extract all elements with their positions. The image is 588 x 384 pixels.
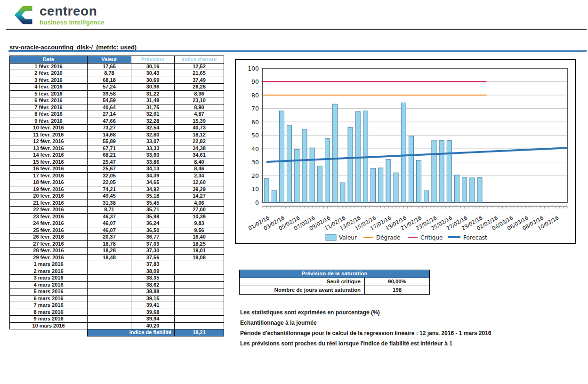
cell-date: 3 févr. 2016 bbox=[10, 77, 88, 84]
table-row: 16 févr. 201625,6734,138,46 bbox=[10, 166, 224, 173]
cell-erreur bbox=[175, 275, 224, 282]
cell-prevision: 31,48 bbox=[131, 97, 175, 104]
y-axis-label: 80 bbox=[251, 92, 259, 99]
cell-erreur: 19,08 bbox=[175, 254, 224, 261]
cell-prevision: 39,94 bbox=[131, 316, 175, 323]
cell-date: 1 févr. 2016 bbox=[10, 63, 88, 70]
cell-erreur bbox=[175, 281, 224, 288]
cell-valeur: 73,27 bbox=[88, 125, 131, 132]
cell-valeur bbox=[88, 275, 131, 282]
y-axis-label: 10 bbox=[251, 185, 259, 192]
cell-date: 16 févr. 2016 bbox=[10, 166, 88, 173]
cell-valeur: 14,68 bbox=[88, 131, 131, 138]
cell-valeur: 25,67 bbox=[88, 166, 131, 173]
table-row: 17 févr. 201632,0534,392,34 bbox=[10, 172, 224, 179]
cell-date: 22 févr. 2016 bbox=[10, 207, 88, 214]
saturation-row: Nombre de jours avant saturation 198 bbox=[240, 286, 430, 295]
cell-prevision: 34,39 bbox=[131, 172, 175, 179]
cell-erreur bbox=[175, 302, 224, 309]
cell-erreur bbox=[175, 261, 224, 268]
cell-prevision: 31,22 bbox=[131, 90, 175, 97]
cell-date: 24 févr. 2016 bbox=[10, 220, 88, 227]
legend-label: Forecast bbox=[463, 234, 487, 241]
reliability-index-label: Indice de fiabilité bbox=[88, 329, 175, 336]
metrics-table-body: 1 févr. 201617,6530,1612,522 févr. 20168… bbox=[10, 63, 224, 329]
cell-valeur bbox=[88, 309, 131, 316]
cell-valeur: 18,48 bbox=[88, 254, 131, 261]
table-row: 6 mars 201639,15 bbox=[10, 295, 224, 302]
cell-date: 29 févr. 2016 bbox=[10, 254, 88, 261]
table-row: 2 mars 201638,09 bbox=[10, 268, 224, 275]
brand-name: centreon bbox=[40, 5, 105, 18]
valeur-bar bbox=[424, 191, 429, 202]
cell-erreur: 4,06 bbox=[175, 200, 224, 207]
cell-erreur: 26,28 bbox=[175, 84, 224, 91]
header-divider bbox=[6, 29, 587, 30]
table-row: 1 mars 201637,83 bbox=[10, 261, 224, 268]
valeur-bar bbox=[477, 177, 482, 202]
cell-erreur: 37,49 bbox=[175, 77, 224, 84]
cell-erreur: 8,36 bbox=[175, 90, 224, 97]
valeur-bar bbox=[287, 126, 292, 202]
col-header-valeur: Valeur bbox=[88, 56, 131, 64]
table-row: 10 févr. 201673,2732,5440,73 bbox=[10, 125, 224, 132]
cell-erreur: 18,12 bbox=[175, 131, 224, 138]
cell-prevision: 32,54 bbox=[131, 125, 175, 132]
report-title: srv-oracle-accounting disk-/ (metric: us… bbox=[9, 44, 137, 51]
table-row: 25 févr. 201646,0736,509,56 bbox=[10, 227, 224, 234]
cell-date: 12 févr. 2016 bbox=[10, 138, 88, 145]
table-row: 1 févr. 201617,6530,1612,52 bbox=[10, 63, 224, 70]
cell-date: 7 févr. 2016 bbox=[10, 104, 88, 111]
cell-prevision: 36,50 bbox=[131, 227, 175, 234]
cell-prevision: 30,43 bbox=[131, 70, 175, 77]
cell-valeur: 8,78 bbox=[88, 70, 131, 77]
table-row: 7 févr. 201640,6431,758,90 bbox=[10, 104, 224, 111]
cell-valeur: 18,28 bbox=[88, 248, 131, 255]
valeur-bar bbox=[295, 149, 299, 202]
cell-prevision: 30,69 bbox=[131, 77, 175, 84]
valeur-bar bbox=[340, 183, 345, 202]
table-row: 13 févr. 201667,7133,3334,38 bbox=[10, 145, 224, 152]
cell-erreur: 8,90 bbox=[175, 104, 224, 111]
table-row: 24 févr. 201646,0736,249,83 bbox=[10, 220, 224, 227]
cell-prevision: 31,75 bbox=[131, 104, 175, 111]
cell-date: 9 mars 2016 bbox=[10, 316, 88, 323]
cell-erreur bbox=[175, 295, 224, 302]
cell-erreur: 19,01 bbox=[175, 248, 224, 255]
cell-prevision: 33,60 bbox=[131, 152, 175, 159]
col-header-erreur: Indice d'erreur bbox=[175, 56, 224, 64]
valeur-bar bbox=[379, 168, 383, 202]
cell-prevision: 37,83 bbox=[131, 261, 175, 268]
cell-prevision: 40,20 bbox=[131, 322, 175, 329]
cell-valeur: 46,07 bbox=[88, 220, 131, 227]
cell-erreur: 40,73 bbox=[175, 125, 224, 132]
critical-threshold-value: 90,00% bbox=[365, 278, 430, 286]
forecast-chart: 010203040506070809010001/02/1603/02/1605… bbox=[235, 59, 576, 244]
table-row: 2 févr. 20168,7830,4321,65 bbox=[10, 70, 224, 77]
table-row: 6 févr. 201654,5931,4823,10 bbox=[10, 97, 224, 104]
cell-valeur: 32,05 bbox=[88, 172, 131, 179]
table-row: 5 mars 201638,88 bbox=[10, 288, 224, 296]
cell-valeur: 27,14 bbox=[88, 111, 131, 118]
legend-swatch-valeur bbox=[326, 234, 336, 240]
cell-valeur bbox=[88, 322, 131, 329]
cell-date: 6 févr. 2016 bbox=[10, 97, 88, 104]
critical-threshold-label: Seuil critique bbox=[240, 278, 365, 286]
y-axis-label: 0 bbox=[255, 199, 259, 206]
brand-text: centreon business intelligence bbox=[40, 5, 105, 25]
cell-erreur: 39,29 bbox=[175, 186, 224, 193]
cell-valeur: 54,59 bbox=[88, 97, 131, 104]
cell-prevision: 34,92 bbox=[131, 186, 175, 193]
cell-date: 13 févr. 2016 bbox=[10, 145, 88, 152]
cell-erreur: 9,83 bbox=[175, 220, 224, 227]
cell-erreur: 2,34 bbox=[175, 172, 224, 179]
cell-prevision: 34,65 bbox=[131, 179, 175, 186]
title-divider bbox=[8, 50, 587, 52]
cell-erreur: 23,10 bbox=[175, 97, 224, 104]
table-row: 19 févr. 201674,2134,9239,29 bbox=[10, 186, 224, 193]
legend-label: Valeur bbox=[339, 234, 357, 241]
table-row: 22 févr. 20168,7135,7127,00 bbox=[10, 207, 224, 214]
y-axis-label: 60 bbox=[251, 119, 259, 126]
saturation-table: Prévision de la saturation Seuil critiqu… bbox=[239, 270, 430, 295]
cell-prevision: 39,68 bbox=[131, 309, 175, 316]
